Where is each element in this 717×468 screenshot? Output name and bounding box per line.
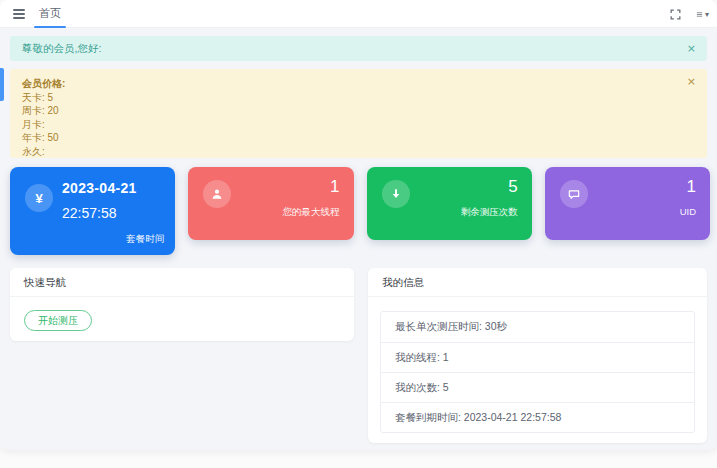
greeting-alert: 尊敬的会员,您好: × — [10, 36, 707, 61]
price-line-year: 年卡: 50 — [22, 131, 695, 145]
start-test-button[interactable]: 开始测压 — [24, 310, 92, 331]
stat-card-value: 1 — [687, 177, 696, 197]
user-icon — [203, 180, 231, 208]
package-date: 2023-04-21 — [62, 180, 137, 196]
list-item: 我的线程: 1 — [381, 342, 694, 372]
price-line-forever: 永久: — [22, 145, 695, 159]
stat-card-remaining-tests: 5 剩余测压次数 — [367, 167, 532, 240]
info-list: 最长单次测压时间: 30秒 我的线程: 1 我的次数: 5 套餐到期时间: 20… — [380, 311, 695, 433]
stat-card-label: 您的最大线程 — [283, 206, 340, 219]
my-info-panel: 我的信息 最长单次测压时间: 30秒 我的线程: 1 我的次数: 5 套餐到期时… — [368, 268, 707, 443]
top-bar: 首页 ▾ — [0, 0, 717, 28]
close-icon[interactable]: × — [687, 75, 696, 89]
stat-card-label: 剩余测压次数 — [461, 206, 518, 219]
scroll-indicator — [0, 68, 4, 101]
chevron-down-icon: ▾ — [705, 10, 709, 19]
price-line-month: 月卡: — [22, 118, 695, 132]
tab-home[interactable]: 首页 — [32, 0, 68, 28]
app-window: 首页 ▾ 尊敬的会员,您好: × 会员价格: 天卡: 5 周卡: 20 — [0, 0, 717, 450]
stat-card-value: 5 — [508, 177, 517, 197]
layout-menu-icon[interactable]: ▾ — [696, 8, 709, 21]
tab-active-underline — [34, 26, 66, 28]
panel-title: 我的信息 — [368, 268, 707, 297]
prices-title: 会员价格: — [22, 77, 695, 91]
yen-icon: ¥ — [25, 184, 53, 212]
chat-bubble-icon — [560, 180, 588, 208]
fullscreen-icon[interactable] — [669, 8, 682, 21]
stat-cards-row: ¥ 2023-04-21 22:57:58 套餐时间 1 您的最大线程 5 剩余… — [10, 167, 710, 255]
panel-title: 快速导航 — [10, 268, 354, 297]
prices-alert: 会员价格: 天卡: 5 周卡: 20 月卡: 年卡: 50 永久: × — [10, 69, 707, 158]
stat-card-value: 1 — [330, 177, 339, 197]
price-line-week: 周卡: 20 — [22, 104, 695, 118]
list-item: 我的次数: 5 — [381, 372, 694, 402]
close-icon[interactable]: × — [687, 36, 696, 61]
package-time: 22:57:58 — [62, 205, 117, 221]
tab-home-label: 首页 — [39, 7, 61, 19]
stat-card-label: 套餐时间 — [126, 233, 164, 246]
stat-card-package-time: ¥ 2023-04-21 22:57:58 套餐时间 — [10, 167, 175, 255]
top-bar-actions: ▾ — [669, 0, 709, 28]
stat-card-max-threads: 1 您的最大线程 — [188, 167, 353, 240]
list-item: 最长单次测压时间: 30秒 — [381, 312, 694, 342]
arrow-down-icon — [382, 180, 410, 208]
greeting-text: 尊敬的会员,您好: — [22, 42, 101, 54]
stat-card-uid: 1 UID — [545, 167, 710, 240]
price-line-day: 天卡: 5 — [22, 91, 695, 105]
list-item: 套餐到期时间: 2023-04-21 22:57:58 — [381, 402, 694, 432]
stat-card-label: UID — [680, 206, 696, 217]
quick-nav-panel: 快速导航 开始测压 — [10, 268, 354, 341]
menu-toggle-icon[interactable] — [13, 9, 25, 19]
